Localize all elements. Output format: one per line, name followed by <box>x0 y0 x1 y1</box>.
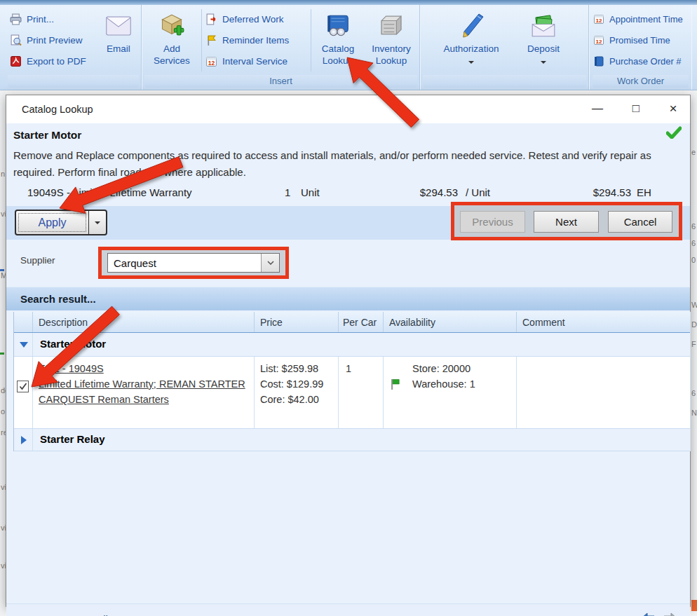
underlying-window-left-sliver: nviMdeorevivivi <box>0 0 6 616</box>
service-name: Starter Motor <box>13 129 81 142</box>
ribbon-group-workorder-actions: Authorization Deposit <box>421 5 589 90</box>
email-icon <box>105 16 132 36</box>
print-preview-label: Print Preview <box>27 35 83 46</box>
part-brand-link[interactable]: CARQUEST Reman Starters <box>39 392 248 407</box>
deposit-button[interactable]: Deposit <box>517 9 569 67</box>
part-unit-price-suffix: / Unit <box>466 186 490 202</box>
table-header-row: Description Price Per Car Availability C… <box>14 312 690 333</box>
authorization-label: Authorization <box>433 43 509 55</box>
warehouse-availability: Warehouse: 1 <box>412 376 475 392</box>
print-button[interactable]: Print... <box>10 11 54 27</box>
deferred-work-button[interactable]: Deferred Work <box>205 11 284 27</box>
add-services-icon <box>159 13 184 39</box>
collapse-triangle-icon[interactable] <box>20 342 28 348</box>
select-cell <box>14 357 32 428</box>
part-number-link[interactable]: ERE - 19049S <box>39 361 248 376</box>
purchase-order-label: Purchase Order # <box>609 56 682 67</box>
authorization-button[interactable]: Authorization <box>433 9 509 67</box>
deferred-work-label: Deferred Work <box>222 14 284 25</box>
interval-service-button[interactable]: 12 Interval Service <box>205 53 287 69</box>
window-edge-text-fragment: W <box>691 301 697 309</box>
part-ext-price-suffix: EH <box>637 186 651 202</box>
apply-button[interactable]: Apply <box>16 211 89 234</box>
reminder-items-button[interactable]: Reminder Items <box>205 32 289 48</box>
purchase-order-book-icon <box>593 55 604 67</box>
export-pdf-label: Export to PDF <box>27 56 86 67</box>
next-button[interactable]: Next <box>534 211 599 233</box>
pdf-icon <box>10 55 22 67</box>
price-cell: List: $259.98 Cost: $129.99 Core: $42.00 <box>254 357 338 428</box>
core-price: Core: $42.00 <box>260 392 332 407</box>
print-preview-button[interactable]: Print Preview <box>10 32 83 48</box>
reminder-items-label: Reminder Items <box>222 35 289 46</box>
divider <box>311 9 311 71</box>
supplier-dropdown-button[interactable] <box>261 254 279 272</box>
print-label: Print... <box>27 14 54 25</box>
group-row-starter-motor[interactable]: Starter Motor <box>14 333 690 357</box>
apply-dropdown-button[interactable] <box>89 211 106 234</box>
ribbon-group-insert: Add Services Deferred Work Reminder Item… <box>142 5 420 90</box>
window-edge-text-fragment: 6 <box>691 240 696 247</box>
dropdown-arrow-icon <box>468 61 474 64</box>
description-cell: ERE - 19049S Limited Lifetime Warranty; … <box>32 357 254 428</box>
appointment-time-button[interactable]: 12 Appointment Time <box>593 11 683 27</box>
interval-service-label: Interval Service <box>222 56 287 67</box>
ribbon-group-work-order: 12 Appointment Time 12 Promised Time Pur… <box>590 5 691 90</box>
add-services-button[interactable]: Add Services <box>148 9 196 67</box>
supplier-select[interactable]: Carquest <box>107 253 280 273</box>
ribbon-group-file: Print... Print Preview Export to PDF Ema… <box>6 5 142 90</box>
window-edge-text-fragment: 0 <box>691 256 696 264</box>
dialog-title: Catalog Lookup <box>22 95 93 123</box>
catalog-lookup-dialog: Catalog Lookup — □ × Starter Motor Remov… <box>6 95 691 607</box>
dialog-titlebar[interactable]: Catalog Lookup — □ × <box>6 95 690 123</box>
part-unit-price: $294.53 <box>413 186 458 202</box>
result-row: ERE - 19049S Limited Lifetime Warranty; … <box>14 357 690 429</box>
column-divider <box>32 333 33 356</box>
dialog-body: Starter Motor Remove and Replace compone… <box>6 123 690 606</box>
group-label: Starter Motor <box>40 338 106 350</box>
window-edge-text-fragment: 6 <box>691 390 696 397</box>
edge-orange-mark <box>691 600 697 611</box>
ribbon-toolbar: Print... Print Preview Export to PDF Ema… <box>0 0 697 90</box>
previous-button[interactable]: Previous <box>460 211 525 233</box>
window-edge-text-fragment: N <box>691 409 697 417</box>
search-result-header: Search result... <box>6 287 690 310</box>
email-button[interactable]: Email <box>98 9 139 55</box>
list-price: List: $259.98 <box>260 361 332 376</box>
export-pdf-button[interactable]: Export to PDF <box>10 53 86 69</box>
dropdown-arrow-icon <box>95 221 100 224</box>
ribbon-group-file-labelband <box>8 75 139 88</box>
window-edge-text-fragment: 6 <box>691 223 696 231</box>
part-checkbox[interactable] <box>17 381 29 392</box>
header-per-car[interactable]: Per Car <box>338 312 383 332</box>
minimize-button[interactable]: — <box>581 95 614 123</box>
checkmark-icon <box>19 383 27 390</box>
catalog-lookup-button[interactable]: Catalog Lookup <box>315 9 361 67</box>
ribbon-group-insert-label: Insert <box>144 75 417 88</box>
svg-text:12: 12 <box>596 18 602 24</box>
promised-time-button[interactable]: 12 Promised Time <box>593 32 670 48</box>
part-qty-unit: Unit <box>301 186 320 202</box>
cancel-button[interactable]: Cancel <box>608 211 672 233</box>
purchase-order-button[interactable]: Purchase Order # <box>593 53 682 69</box>
printer-icon <box>10 13 22 25</box>
deferred-work-icon <box>205 13 217 25</box>
next-vehicle-arrow-button[interactable] <box>663 612 677 616</box>
deposit-icon <box>530 14 557 38</box>
header-comment[interactable]: Comment <box>516 312 691 332</box>
header-price[interactable]: Price <box>254 312 338 332</box>
part-line: 19049S - Limited Lifetime Warranty <box>27 186 192 202</box>
divider <box>201 9 202 71</box>
deposit-label: Deposit <box>517 43 569 55</box>
window-edge-text-fragment: e <box>691 149 696 156</box>
previous-vehicle-arrow-button[interactable] <box>641 612 655 616</box>
group-row-starter-relay[interactable]: Starter Relay <box>14 429 690 451</box>
header-description[interactable]: Description <box>32 312 254 332</box>
maximize-button[interactable]: □ <box>620 95 652 123</box>
part-name-link[interactable]: Limited Lifetime Warranty; REMAN STARTER <box>39 376 248 392</box>
header-availability[interactable]: Availability <box>383 312 516 332</box>
expand-triangle-icon[interactable] <box>21 436 27 444</box>
close-button[interactable]: × <box>657 95 689 123</box>
ribbon-group-actions-labelband <box>423 75 586 88</box>
inventory-lookup-button[interactable]: Inventory Lookup <box>363 9 420 67</box>
